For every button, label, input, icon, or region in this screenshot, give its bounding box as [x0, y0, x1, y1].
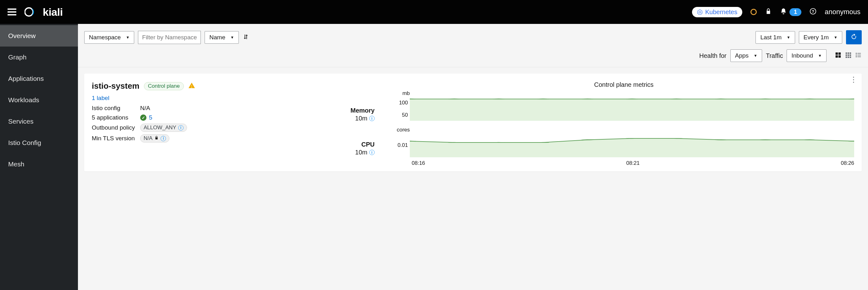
cpu-unit: cores: [394, 127, 410, 133]
svg-point-32: [759, 99, 772, 99]
svg-point-30: [670, 99, 683, 99]
sidebar-item-overview[interactable]: Overview: [0, 25, 78, 47]
min-tls-chip: N/A: [140, 134, 169, 143]
traffic-select[interactable]: Inbound ▼: [786, 49, 827, 62]
notifications[interactable]: 1: [780, 8, 801, 17]
caret-down-icon: ▼: [754, 54, 757, 58]
view-mode-group: [835, 52, 862, 60]
caret-down-icon: ▼: [786, 35, 790, 40]
svg-rect-10: [847, 53, 849, 54]
svg-rect-9: [846, 53, 847, 54]
help-icon[interactable]: ?: [810, 8, 816, 17]
brand[interactable]: kiali: [25, 6, 63, 18]
sub-toolbar: Health for Apps ▼ Traffic Inbound ▼: [78, 48, 868, 67]
svg-point-36: [448, 142, 461, 143]
svg-point-40: [626, 138, 638, 139]
svg-rect-21: [857, 55, 861, 55]
memory-label: Memory: [337, 107, 375, 114]
svg-point-43: [759, 139, 772, 140]
labels-link[interactable]: 1 label: [92, 95, 318, 102]
view-grid-large-button[interactable]: [835, 52, 842, 60]
masthead: kiali Kubernetes 1 ? anonymous: [0, 0, 868, 24]
info-icon[interactable]: [161, 136, 166, 141]
svg-rect-16: [847, 57, 849, 58]
outbound-policy-chip: ALLOW_ANY: [140, 124, 187, 132]
memory-age: 10m: [355, 115, 367, 122]
svg-rect-19: [857, 53, 861, 54]
sidebar-item-workloads[interactable]: Workloads: [0, 89, 78, 111]
cpu-label: CPU: [337, 141, 375, 148]
svg-point-37: [492, 142, 505, 143]
card-actions-button[interactable]: ⋮: [850, 78, 857, 81]
caret-down-icon: ▼: [126, 35, 129, 40]
memory-unit: mb: [394, 90, 410, 96]
health-for-label: Health for: [699, 52, 726, 59]
memory-chart: mb 10050: [394, 90, 854, 121]
svg-point-44: [804, 139, 816, 140]
svg-point-31: [715, 99, 727, 99]
main: Namespace ▼ Name ▼ Last 1m ▼ Every 1m ▼: [78, 24, 868, 290]
filter-input[interactable]: [138, 31, 201, 44]
refresh-interval-select[interactable]: Every 1m ▼: [799, 31, 842, 44]
healthy-icon: [140, 115, 147, 121]
view-list-button[interactable]: [855, 52, 862, 60]
svg-point-18: [856, 53, 857, 54]
apps-count-link[interactable]: 5: [149, 114, 152, 121]
svg-point-25: [448, 99, 461, 99]
sort-by-select[interactable]: Name ▼: [205, 31, 239, 44]
info-icon[interactable]: [369, 150, 375, 155]
svg-rect-6: [838, 53, 841, 55]
cluster-chip[interactable]: Kubernetes: [692, 7, 742, 17]
bell-icon: [780, 8, 787, 17]
svg-rect-5: [836, 53, 838, 55]
svg-point-42: [715, 139, 727, 140]
svg-point-0: [25, 8, 33, 16]
duration-select[interactable]: Last 1m ▼: [755, 31, 795, 44]
toolbar: Namespace ▼ Name ▼ Last 1m ▼ Every 1m ▼: [78, 24, 868, 48]
svg-rect-23: [857, 57, 861, 57]
svg-point-29: [626, 99, 638, 99]
sidebar-item-graph[interactable]: Graph: [0, 47, 78, 68]
caret-down-icon: ▼: [834, 35, 838, 40]
sort-direction-button[interactable]: [243, 33, 250, 41]
sidebar-item-istio-config[interactable]: Istio Config: [0, 132, 78, 153]
svg-rect-13: [847, 54, 849, 56]
refresh-button[interactable]: [846, 30, 862, 45]
svg-point-41: [670, 138, 683, 139]
svg-text:?: ?: [812, 9, 814, 13]
row-outbound-policy: Outbound policy ALLOW_ANY: [92, 122, 318, 133]
svg-marker-1: [698, 10, 702, 15]
view-grid-small-button[interactable]: [845, 52, 852, 60]
warning-icon: [188, 82, 195, 90]
info-icon[interactable]: [178, 125, 184, 130]
sidebar: Overview Graph Applications Workloads Se…: [0, 24, 78, 290]
health-for-select[interactable]: Apps ▼: [730, 49, 762, 62]
svg-rect-14: [850, 54, 851, 56]
kubernetes-icon: [697, 9, 703, 15]
info-icon[interactable]: [369, 116, 375, 121]
nav-toggle-button[interactable]: [7, 7, 16, 17]
svg-point-20: [856, 54, 857, 56]
svg-rect-11: [850, 53, 851, 54]
svg-point-22: [856, 56, 857, 58]
lock-icon[interactable]: [765, 8, 772, 17]
chart-x-axis: 08:1608:2108:26: [394, 157, 854, 166]
namespace-title: istio-system: [92, 81, 140, 91]
sidebar-item-applications[interactable]: Applications: [0, 68, 78, 89]
control-plane-badge: Control plane: [144, 82, 184, 90]
row-min-tls: Min TLS version N/A: [92, 133, 318, 144]
sidebar-item-mesh[interactable]: Mesh: [0, 153, 78, 175]
namespace-card: ⋮ istio-system Control plane 1 label Ist…: [84, 74, 862, 171]
lock-icon: [154, 135, 159, 142]
filter-type-select[interactable]: Namespace ▼: [84, 31, 134, 44]
status-ring-icon[interactable]: [750, 9, 757, 15]
svg-point-33: [804, 99, 816, 99]
sidebar-item-services[interactable]: Services: [0, 111, 78, 132]
row-applications: 5 applications 5: [92, 113, 318, 122]
username-label[interactable]: anonymous: [825, 8, 861, 16]
row-istio-config: Istio config N/A: [92, 104, 318, 113]
svg-point-39: [581, 139, 594, 140]
caret-down-icon: ▼: [818, 54, 822, 58]
cpu-age: 10m: [355, 149, 367, 156]
svg-rect-7: [836, 55, 838, 58]
